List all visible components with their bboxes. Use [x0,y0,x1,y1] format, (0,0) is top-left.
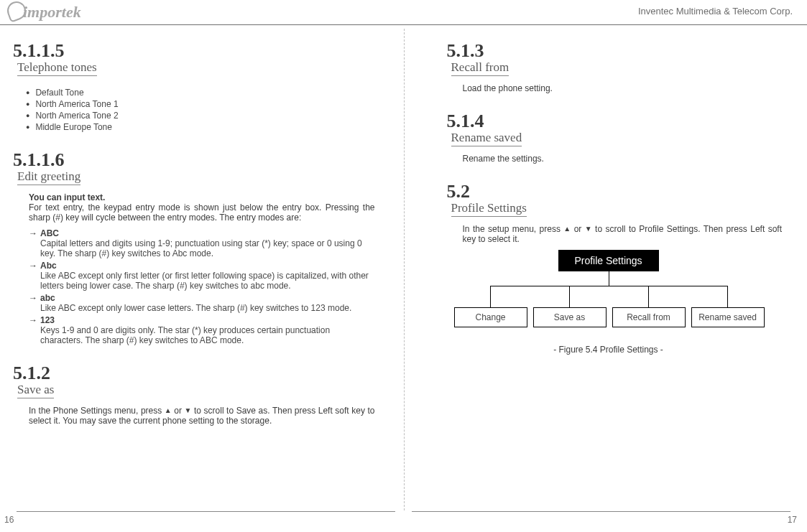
section-title: Rename saved [451,131,522,146]
diagram-leaf: Change [454,307,527,327]
section-title: Save as [17,383,54,398]
diagram-root: Profile Settings [558,250,659,271]
diagram-line [648,286,649,307]
section-5-1-3: 5.1.3 Recall from Load the phone setting… [447,42,790,93]
diagram-leaf: Rename saved [691,307,765,327]
section-5-1-1-5: 5.1.1.5 Telephone tones Default Tone Nor… [13,42,382,132]
section-number: 5.2 [447,182,790,201]
section-title: Edit greeting [17,169,80,185]
arrow-icon: → [29,315,40,345]
up-triangle-icon: ▲ [165,406,172,414]
diagram-line [490,286,728,286]
tone-list: Default Tone North America Tone 1 North … [26,88,382,132]
section-5-1-2: 5.1.2 Save as In the Phone Settings menu… [13,364,382,426]
arrow-icon: → [29,293,40,313]
brand-logo: importek [7,1,81,22]
mode-head: Abc [40,261,57,271]
mode-head: 123 [40,315,55,325]
diagram-caption: - Figure 5.4 Profile Settings - [454,345,763,355]
list-item: North America Tone 1 [26,99,382,109]
list-item: → 123Keys 1-9 and 0 are digits only. The… [29,315,375,345]
list-item: Default Tone [26,88,382,98]
page-number-right: 17 [788,515,797,525]
down-triangle-icon: ▼ [585,225,592,233]
diagram-leaf: Recall from [612,307,686,327]
section-number: 5.1.1.6 [13,151,382,169]
section-number: 5.1.3 [447,42,790,60]
list-item: → abcLike ABC except only lower case let… [29,293,375,313]
profile-settings-diagram: Profile Settings Change Save as Recall f… [454,250,763,343]
section-number: 5.1.4 [447,112,790,131]
corp-name: Inventec Multimedia & Telecom Corp. [638,6,793,17]
page-number-left: 16 [4,515,14,525]
mode-desc: Keys 1-9 and 0 are digits only. The star… [40,325,375,345]
page-left: 5.1.1.5 Telephone tones Default Tone Nor… [0,29,404,503]
profile-settings-paragraph: In the setup menu, press ▲ or ▼ to scrol… [463,224,783,244]
text: or [172,406,185,416]
lead-bold: You can input text. [29,192,375,202]
section-number: 5.1.1.5 [13,42,382,60]
arrow-icon: → [29,261,40,291]
mode-head: abc [40,293,55,303]
arrow-icon: → [29,228,40,258]
section-number: 5.1.2 [13,364,382,383]
mode-desc: Capital letters and digits using 1-9; pu… [40,238,375,258]
logo-text: importek [23,3,81,21]
section-5-1-1-6: 5.1.1.6 Edit greeting You can input text… [13,151,382,345]
text: In the setup menu, press [463,224,564,234]
diagram-leaf: Save as [533,307,607,327]
text: or [571,224,585,234]
diagram-line [609,271,609,286]
down-triangle-icon: ▼ [185,406,192,414]
list-item: North America Tone 2 [26,111,382,121]
up-triangle-icon: ▲ [563,225,571,233]
save-as-paragraph: In the Phone Settings menu, press ▲ or ▼… [29,406,375,426]
mode-desc: Like ABC except only lower case letters.… [40,303,375,313]
lead-text: For text entry, the keypad entry mode is… [29,202,375,223]
section-title: Profile Settings [451,201,527,217]
section-title: Telephone tones [17,60,97,76]
section-5-1-4: 5.1.4 Rename saved Rename the settings. [447,112,790,164]
mode-head: ABC [40,228,59,238]
page-right: 5.1.3 Recall from Load the phone setting… [404,29,808,503]
text: In the Phone Settings menu, press [29,406,165,416]
mode-desc: Like ABC except only first letter (or fi… [40,271,375,291]
list-item: → ABCCapital letters and digits using 1-… [29,228,375,258]
section-text: Load the phone setting. [463,83,783,93]
section-5-2: 5.2 Profile Settings In the setup menu, … [447,182,790,355]
diagram-line [569,286,570,307]
footer-rule [17,511,395,512]
list-item: → AbcLike ABC except only first letter (… [29,261,375,291]
entry-modes-list: → ABCCapital letters and digits using 1-… [29,228,375,345]
footer-rule [412,511,790,512]
section-title: Recall from [451,60,509,76]
diagram-line [490,286,491,307]
page-header: importek Inventec Multimedia & Telecom C… [0,0,807,25]
section-body: You can input text. For text entry, the … [29,192,375,345]
section-text: Rename the settings. [463,154,783,164]
list-item: Middle Europe Tone [26,122,382,132]
diagram-line [727,286,728,307]
